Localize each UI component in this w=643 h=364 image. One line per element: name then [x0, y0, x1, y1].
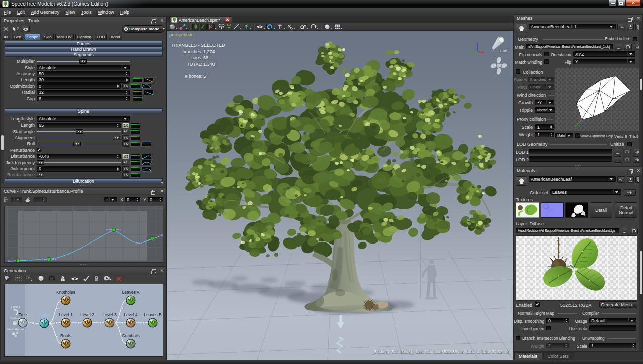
- radial-field[interactable]: 32: [37, 90, 130, 95]
- reload-button[interactable]: [630, 228, 638, 234]
- menu-window[interactable]: Window: [95, 8, 116, 16]
- generate-mesh-button[interactable]: Generate Mesh...: [599, 301, 637, 308]
- branch-intersection-checkbox[interactable]: [516, 336, 520, 340]
- detail-button[interactable]: Detail: [590, 202, 612, 218]
- material-hand-button[interactable]: [516, 176, 527, 186]
- gen-delete-icon[interactable]: [116, 276, 122, 282]
- orientation-dropdown[interactable]: XYZ: [573, 51, 635, 57]
- float-panel-icon[interactable]: [629, 17, 633, 20]
- alignment-slider[interactable]: [37, 135, 121, 141]
- prop-tab-all[interactable]: All: [2, 34, 10, 40]
- radial-curve-widget[interactable]: [144, 90, 154, 95]
- reload-lod1-button[interactable]: [623, 149, 631, 155]
- gen-node-trunk[interactable]: [39, 318, 49, 328]
- materials-scrollbar[interactable]: [639, 175, 642, 351]
- add-remove-button[interactable]: +/-: [617, 176, 625, 183]
- gen-select-partial-icon[interactable]: [26, 275, 34, 282]
- menu-help[interactable]: Help: [118, 8, 132, 16]
- close-panel-icon[interactable]: ✕: [160, 19, 164, 23]
- section-segments[interactable]: Segments: [5, 52, 163, 57]
- mode-dropdown-arrow[interactable]: [161, 28, 166, 30]
- tree-render[interactable]: [167, 31, 513, 360]
- toolbar-caret-icon[interactable]: [250, 28, 252, 29]
- length-field[interactable]: 30: [37, 77, 130, 83]
- browse-lod2-button[interactable]: ...: [614, 156, 621, 163]
- gen-sphere-icon[interactable]: [38, 275, 44, 282]
- jink-frequency-curve-widget[interactable]: [141, 160, 151, 165]
- tool-scissors-icon[interactable]: [286, 24, 293, 30]
- tool-plant-icon[interactable]: [225, 24, 232, 30]
- toolbar-caret-icon[interactable]: [186, 28, 188, 29]
- spine-length-variance-widget[interactable]: [130, 123, 140, 128]
- close-panel-icon[interactable]: ✕: [160, 189, 164, 194]
- tool-mushroom-icon[interactable]: [276, 24, 283, 30]
- menu-view[interactable]: View: [63, 8, 78, 16]
- toolbar-caret-icon[interactable]: [176, 28, 178, 29]
- lod1-field[interactable]: [529, 149, 612, 154]
- section-spine[interactable]: Spine: [5, 108, 163, 113]
- gen-node-leavesB[interactable]: [148, 318, 157, 327]
- style-dropdown[interactable]: Absolute: [37, 65, 130, 70]
- spines-dropdown[interactable]: Branches: [528, 77, 554, 82]
- plus-minus-button[interactable]: +/-: [122, 141, 129, 147]
- plus-minus-button[interactable]: +/-: [122, 160, 129, 165]
- toolbar-caret-icon[interactable]: [215, 28, 217, 29]
- roll-variance-widget[interactable]: [130, 141, 140, 147]
- slider-knob[interactable]: [37, 160, 44, 165]
- spine-length-field[interactable]: 65: [37, 123, 121, 128]
- translate-gizmo-arrows[interactable]: [336, 315, 344, 354]
- generation-canvas[interactable]: ForcesCollisionMesh ForcesTreeTrunkKnoth…: [4, 284, 163, 357]
- prop-tab-skin[interactable]: Skin: [42, 34, 54, 40]
- document-tab[interactable]: AmericanBeech.spm* ✕: [169, 16, 232, 23]
- color-set-dropdown[interactable]: Leaves: [550, 189, 621, 195]
- curve-panel-header[interactable]: Curve - Trunk.Spine:Disturbance.Profile …: [1, 188, 166, 195]
- jink-frequency-variance-widget[interactable]: [130, 160, 140, 165]
- toolbar-caret-icon[interactable]: [317, 28, 319, 29]
- spinner-arrows[interactable]: [631, 344, 634, 347]
- prop-tab-wind[interactable]: Wind: [109, 34, 122, 40]
- toolbar-caret-icon[interactable]: [263, 28, 265, 29]
- menu-edit[interactable]: Edit: [15, 8, 27, 16]
- tool-leaf-icon[interactable]: [192, 24, 199, 30]
- properties-scrollbar[interactable]: [1, 41, 4, 184]
- float-panel-icon[interactable]: [152, 19, 156, 23]
- curve-y-field[interactable]: 0: [148, 197, 163, 202]
- spinner-arrows[interactable]: [116, 155, 119, 158]
- break-chance-variance-widget[interactable]: [130, 172, 140, 178]
- length-style-dropdown[interactable]: Absolute: [37, 116, 130, 122]
- reload-lod2-button[interactable]: [623, 156, 631, 163]
- disp-smoothing-field[interactable]: 0: [546, 318, 569, 323]
- float-panel-icon[interactable]: [629, 169, 633, 173]
- tab-materials[interactable]: Materials: [514, 352, 542, 360]
- curve-mode-dropdown[interactable]: [11, 197, 22, 202]
- close-panel-icon[interactable]: ✕: [636, 16, 640, 21]
- texture-path-field[interactable]: Head Revision/Art Support/American Beech…: [516, 228, 619, 233]
- menu-tools[interactable]: Tools: [79, 8, 94, 16]
- ripple-dropdown[interactable]: Normal: [535, 107, 555, 113]
- optimization-variance-widget[interactable]: [130, 83, 140, 89]
- close-panel-icon[interactable]: ✕: [636, 169, 640, 173]
- tool-eye-icon[interactable]: [256, 24, 263, 30]
- variance-badge[interactable]: .05: [122, 154, 129, 159]
- plus-minus-stack-button[interactable]: [627, 24, 634, 30]
- scroll-down-arrow-icon[interactable]: [161, 182, 164, 184]
- spinner-arrows[interactable]: [125, 91, 128, 94]
- alignment-variance-widget[interactable]: [130, 135, 140, 141]
- tool-node-edit-icon[interactable]: [179, 24, 186, 30]
- tool-branch-green-icon[interactable]: [200, 24, 207, 30]
- invert-green-checkbox[interactable]: [546, 326, 551, 330]
- gen-node-level2[interactable]: [82, 318, 92, 327]
- perturbance-checkbox[interactable]: [37, 148, 41, 152]
- gen-node-level4[interactable]: [126, 318, 135, 327]
- length-curve-widget[interactable]: [144, 77, 154, 83]
- plus-minus-button[interactable]: +/-: [122, 129, 129, 134]
- spinner-arrows[interactable]: [549, 133, 552, 136]
- optimization-field[interactable]: 0: [37, 83, 121, 89]
- disturbance-variance-widget[interactable]: [130, 154, 140, 159]
- gen-rotate-icon[interactable]: [48, 275, 55, 282]
- embed-in-tree-checkbox[interactable]: [633, 37, 637, 41]
- gen-clock-icon[interactable]: [103, 275, 112, 282]
- unwrap-scale-field[interactable]: 1: [589, 343, 636, 348]
- tool-sphere-icon[interactable]: [169, 24, 176, 30]
- break-chance-slider[interactable]: [37, 172, 121, 178]
